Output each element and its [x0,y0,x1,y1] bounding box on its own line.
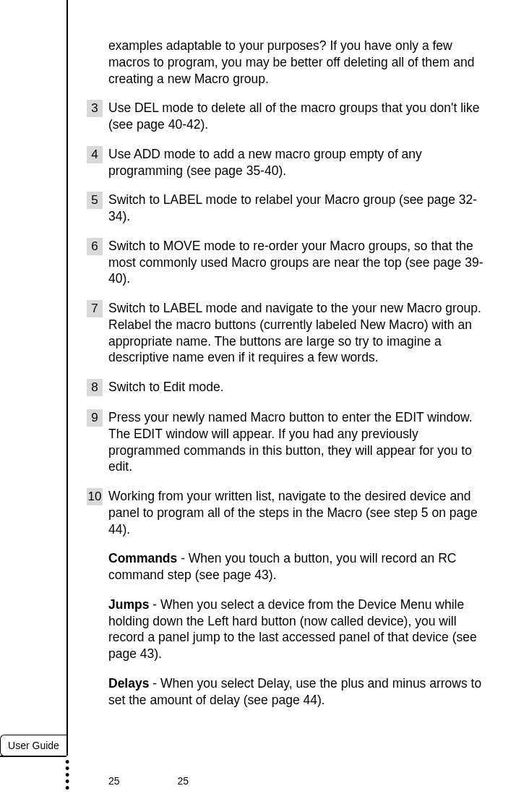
step-number: 4 [87,146,103,163]
page-numbers: 25 25 [108,775,189,787]
step-number: 3 [87,100,103,117]
page: User Guide ••••• examples adaptable to y… [0,0,516,812]
step-item: 8 Switch to Edit mode. [87,379,491,396]
step-item: 5 Switch to LABEL mode to relabel your M… [87,192,491,225]
dot-ornament: ••••• [65,759,69,792]
step-text: Switch to LABEL mode and navigate to the… [108,300,491,366]
step-number: 8 [87,379,103,396]
step-item: 6 Switch to MOVE mode to re-order your M… [87,238,491,287]
sub-rest: - When you select a device from the Devi… [108,597,477,661]
step-text: Press your newly named Macro button to e… [108,409,491,475]
step-item: 9 Press your newly named Macro button to… [87,409,491,475]
step-number: 7 [87,300,103,317]
sidebar-label: User Guide [8,740,59,751]
step-number: 5 [87,192,103,209]
step-text: Switch to MOVE mode to re-order your Mac… [108,238,491,287]
sub-paragraph: Jumps - When you select a device from th… [108,597,491,662]
sub-lead: Jumps [108,597,149,612]
sub-rest: - When you select Delay, use the plus an… [108,676,481,707]
vertical-rule [66,0,68,756]
intro-paragraph: examples adaptable to your purposes? If … [108,38,491,87]
step-text: Use DEL mode to delete all of the macro … [108,100,491,133]
sub-paragraph: Delays - When you select Delay, use the … [108,675,491,709]
page-number: 25 [108,775,120,787]
sidebar-tab: User Guide [0,735,66,756]
step-text: Working from your written list, navigate… [108,488,491,537]
step-text: Switch to Edit mode. [108,379,491,396]
step-item: 10 Working from your written list, navig… [87,488,491,537]
step-item: 3 Use DEL mode to delete all of the macr… [87,100,491,133]
sub-paragraph: Commands - When you touch a button, you … [108,550,491,584]
step-item: 7 Switch to LABEL mode and navigate to t… [87,300,491,366]
step-number: 9 [87,409,103,427]
step-number: 6 [87,238,103,255]
step-item: 4 Use ADD mode to add a new macro group … [87,146,491,179]
body-content: examples adaptable to your purposes? If … [87,38,491,721]
step-text: Switch to LABEL mode to relabel your Mac… [108,192,491,225]
step-text: Use ADD mode to add a new macro group em… [108,146,491,179]
sub-lead: Delays [108,676,149,691]
step-number: 10 [87,488,103,505]
page-number: 25 [178,775,189,787]
sub-lead: Commands [108,551,177,565]
